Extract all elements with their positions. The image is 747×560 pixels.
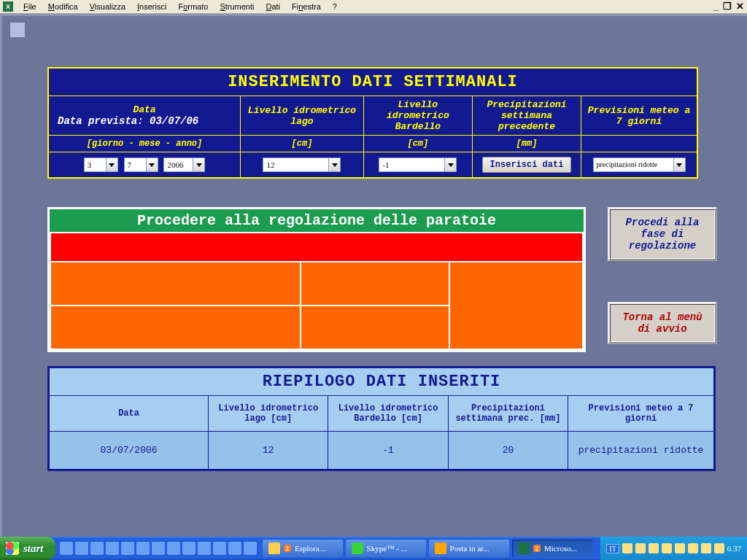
unit-cm-lago: [cm] bbox=[241, 136, 364, 152]
chevron-down-icon[interactable] bbox=[673, 158, 686, 172]
ql-icon[interactable] bbox=[75, 542, 88, 555]
menu-visualizza[interactable]: Visualizza bbox=[84, 1, 131, 12]
combo-lago[interactable]: 12 bbox=[263, 158, 341, 172]
combo-mese[interactable]: 7 bbox=[124, 158, 158, 172]
tray-icon[interactable] bbox=[714, 543, 724, 553]
chevron-down-icon[interactable] bbox=[146, 158, 158, 172]
riepilogo-title: RIEPILOGO DATI INSERITI bbox=[49, 368, 715, 396]
tray-icon[interactable] bbox=[688, 543, 698, 553]
hdr-precipitazioni: Precipitazioni settimana precedente bbox=[472, 96, 581, 136]
cell-or-4 bbox=[301, 306, 449, 349]
ql-icon[interactable] bbox=[244, 542, 257, 555]
ql-icon[interactable] bbox=[228, 542, 241, 555]
tray-icon[interactable] bbox=[701, 543, 711, 553]
torna-menu-button[interactable]: Torna al menù di avvio bbox=[608, 302, 717, 344]
cell-or-2 bbox=[301, 262, 449, 306]
inserimento-title: INSERIMENTO DATI SETTIMANALI bbox=[48, 68, 697, 96]
procedi-regolazione-button[interactable]: Procedi alla fase di regolazione bbox=[608, 207, 717, 261]
combo-meteo[interactable]: precipitazioni ridotte bbox=[593, 158, 686, 172]
riep-hdr-prec: Precipitazioni settimana prec. [mm] bbox=[448, 396, 568, 432]
riep-val-meteo: precipitazioni ridotte bbox=[568, 432, 715, 470]
windows-taskbar: start 2Esplora... Skype™ - ... Posta in … bbox=[0, 537, 747, 560]
unit-meteo bbox=[581, 136, 697, 152]
ql-icon[interactable] bbox=[213, 542, 226, 555]
inserimento-table: INSERIMENTO DATI SETTIMANALI Data Data p… bbox=[47, 67, 698, 179]
data-prevista: Data prevista: 03/07/06 bbox=[50, 115, 239, 127]
chevron-down-icon[interactable] bbox=[444, 158, 457, 172]
riepilogo-table: RIEPILOGO DATI INSERITI Data Livello idr… bbox=[47, 366, 716, 471]
ql-icon[interactable] bbox=[152, 542, 165, 555]
ql-icon[interactable] bbox=[198, 542, 211, 555]
ql-icon[interactable] bbox=[60, 542, 73, 555]
combo-giorno[interactable]: 3 bbox=[84, 158, 118, 172]
hdr-meteo: Previsioni meteo a 7 giorni bbox=[581, 96, 697, 136]
menu-help[interactable]: ? bbox=[327, 1, 343, 12]
menu-strumenti[interactable]: Strumenti bbox=[214, 1, 260, 12]
taskbar-clock: 0.37 bbox=[727, 544, 741, 553]
app-menubar: X FFileile Modifica Visualizza Inserisci… bbox=[0, 0, 747, 14]
riep-hdr-data: Data bbox=[49, 396, 209, 432]
riep-val-data: 03/07/2006 bbox=[49, 432, 209, 470]
status-title: Procedere alla regolazione delle paratoi… bbox=[50, 209, 584, 232]
menu-finestra[interactable]: Finestra bbox=[286, 1, 327, 12]
unit-cm-bard: [cm] bbox=[363, 136, 472, 152]
row-red bbox=[50, 233, 583, 262]
chevron-down-icon[interactable] bbox=[328, 158, 341, 172]
task-skype[interactable]: Skype™ - ... bbox=[346, 540, 426, 557]
ql-icon[interactable] bbox=[136, 542, 150, 555]
minimize-icon[interactable]: _ bbox=[713, 1, 719, 11]
combo-anno[interactable]: 2006 bbox=[163, 158, 205, 172]
status-panel: Procedere alla regolazione delle paratoi… bbox=[47, 207, 586, 352]
lang-indicator[interactable]: IT bbox=[606, 544, 619, 553]
worksheet-area: INSERIMENTO DATI SETTIMANALI Data Data p… bbox=[0, 14, 747, 537]
riep-hdr-lago: Livello idrometrico lago [cm] bbox=[209, 396, 328, 432]
system-tray: IT 0.37 bbox=[600, 537, 747, 560]
unit-dma: [giorno - mese - anno] bbox=[48, 136, 241, 152]
quick-launch bbox=[55, 537, 261, 560]
ql-icon[interactable] bbox=[167, 542, 180, 555]
close-icon[interactable]: ✕ bbox=[736, 1, 744, 11]
riep-val-prec: 20 bbox=[448, 432, 568, 470]
hdr-data: Data bbox=[50, 104, 239, 115]
cell-or-3 bbox=[50, 306, 301, 349]
combo-bardello[interactable]: -1 bbox=[379, 158, 457, 172]
unit-mm: [mm] bbox=[472, 136, 581, 152]
task-explorer[interactable]: 2Esplora... bbox=[263, 540, 343, 557]
tray-icon[interactable] bbox=[662, 543, 672, 553]
task-excel[interactable]: 2Microso... bbox=[512, 540, 592, 557]
ql-icon[interactable] bbox=[182, 542, 196, 555]
tray-icon[interactable] bbox=[649, 543, 659, 553]
status-grid bbox=[50, 232, 584, 350]
hdr-bardello: Livello idrometrico Bardello bbox=[363, 96, 472, 136]
menu-inserisci[interactable]: Inserisci bbox=[131, 1, 172, 12]
ql-icon[interactable] bbox=[106, 542, 119, 555]
cell-or-right bbox=[449, 262, 583, 349]
ql-icon[interactable] bbox=[121, 542, 134, 555]
menu-dati[interactable]: Dati bbox=[260, 1, 286, 12]
restore-icon[interactable]: ❐ bbox=[723, 1, 732, 11]
riep-val-bard: -1 bbox=[328, 432, 448, 470]
menu-modifica[interactable]: Modifica bbox=[42, 1, 84, 12]
task-mail[interactable]: Posta in ar... bbox=[429, 540, 509, 557]
riep-hdr-bard: Livello idrometrico Bardello [cm] bbox=[328, 396, 448, 432]
windows-logo-icon bbox=[6, 542, 19, 555]
start-label: start bbox=[23, 542, 44, 555]
ql-icon[interactable] bbox=[90, 542, 104, 555]
tray-icon[interactable] bbox=[635, 543, 646, 553]
menu-formato[interactable]: Formato bbox=[172, 1, 214, 12]
tray-icon[interactable] bbox=[622, 543, 632, 553]
excel-app-icon: X bbox=[3, 1, 13, 12]
chevron-down-icon[interactable] bbox=[193, 158, 205, 172]
chevron-down-icon[interactable] bbox=[106, 158, 118, 172]
tray-icon[interactable] bbox=[675, 543, 685, 553]
menu-file[interactable]: FFileile bbox=[18, 1, 42, 12]
riep-val-lago: 12 bbox=[209, 432, 328, 470]
sheet-corner bbox=[9, 22, 26, 38]
inserisci-dati-button[interactable]: Inserisci dati bbox=[482, 157, 572, 173]
start-button[interactable]: start bbox=[0, 537, 55, 560]
hdr-lago: Livello idrometrico lago bbox=[241, 96, 364, 136]
riep-hdr-meteo: Previsioni meteo a 7 giorni bbox=[568, 396, 715, 432]
cell-or-1 bbox=[50, 262, 301, 306]
